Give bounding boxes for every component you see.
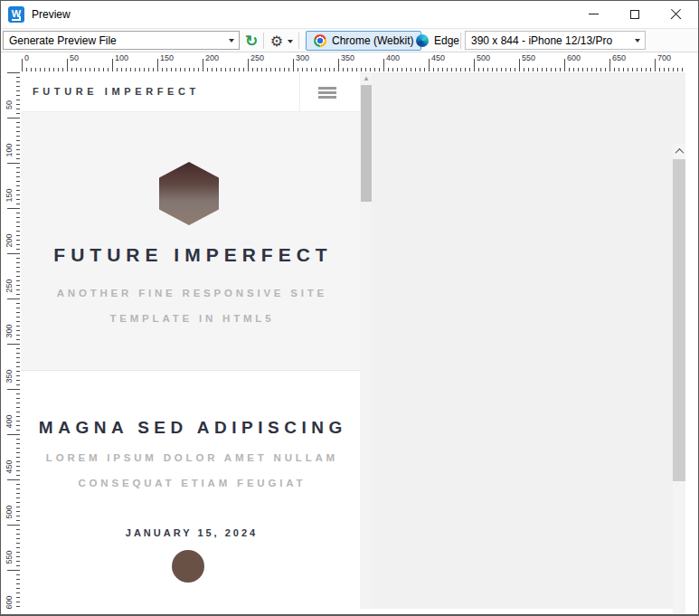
site-post-section: MAGNA SED ADIPISCING LOREM IPSUM DOLOR A… — [21, 370, 360, 609]
ruler-tick — [212, 68, 213, 71]
ruler-tick — [16, 140, 20, 141]
ruler-tick — [501, 68, 502, 71]
ruler-tick — [16, 113, 20, 114]
ruler-tick — [16, 317, 20, 317]
ruler-tick — [16, 167, 20, 168]
ruler-tick — [16, 448, 20, 449]
ruler-tick — [596, 68, 597, 71]
ruler-tick — [16, 294, 20, 295]
ruler-tick — [16, 185, 20, 186]
ruler-tick — [555, 68, 556, 71]
ruler-corner — [1, 52, 21, 72]
ruler-tick — [7, 479, 20, 480]
edge-icon — [416, 34, 429, 47]
canvas-scrollbar-thumb[interactable] — [673, 159, 685, 481]
edge-button[interactable]: Edge — [408, 31, 468, 51]
ruler-tick — [424, 68, 425, 71]
ruler-tick — [7, 434, 20, 435]
site-intro-title: FUTURE IMPERFECT — [21, 244, 360, 266]
chrome-webkit-button[interactable]: Chrome (Webkit) — [306, 31, 421, 51]
generate-preview-combobox[interactable]: Generate Preview File — [3, 31, 240, 50]
settings-button[interactable]: ⚙ — [267, 31, 287, 51]
ruler-tick — [429, 59, 430, 71]
maximize-button[interactable] — [614, 1, 656, 27]
ruler-tick — [16, 583, 20, 584]
chevron-down-icon[interactable] — [229, 39, 234, 43]
ruler-tick — [16, 488, 20, 489]
ruler-tick — [266, 68, 267, 71]
ruler-tick — [16, 335, 20, 336]
ruler-tick — [189, 68, 190, 71]
ruler-tick — [16, 194, 20, 195]
ruler-tick — [447, 68, 448, 71]
ruler-tick — [16, 547, 20, 548]
ruler-tick — [16, 516, 20, 516]
ruler-tick — [582, 68, 583, 71]
ruler-tick — [16, 475, 20, 476]
ruler-label: 450 — [5, 456, 14, 478]
ruler-tick — [16, 421, 20, 422]
ruler-tick — [334, 68, 335, 71]
ruler-tick — [401, 68, 402, 71]
chevron-down-icon[interactable] — [635, 39, 640, 43]
ruler-tick — [288, 68, 289, 71]
ruler-label: 600 — [5, 592, 14, 609]
scroll-up-icon[interactable]: ▴ — [360, 72, 373, 85]
hamburger-menu-icon[interactable] — [318, 87, 336, 101]
ruler-tick — [99, 68, 99, 71]
ruler-tick — [7, 389, 20, 390]
site-scrollbar-thumb[interactable] — [361, 85, 372, 202]
ruler-tick — [16, 556, 20, 557]
ruler-tick — [16, 222, 20, 223]
device-size-combobox[interactable]: 390 x 844 - iPhone 12/13/Pro — [465, 31, 646, 50]
site-scrollbar[interactable]: ▴ — [360, 72, 373, 609]
toolbar: Generate Preview File ↻ ⚙ Chrome (Webkit… — [1, 28, 698, 52]
ruler-label: 250 — [250, 53, 264, 62]
settings-dropdown-arrow[interactable] — [288, 40, 293, 43]
ruler-tick — [442, 68, 443, 71]
ruler-label: 550 — [5, 546, 14, 568]
ruler-tick — [180, 68, 181, 71]
ruler-tick — [487, 68, 488, 71]
ruler-label: 400 — [5, 411, 14, 432]
ruler-tick — [16, 592, 20, 593]
site-brand[interactable]: FUTURE IMPERFECT — [33, 86, 200, 97]
ruler-tick — [166, 68, 167, 71]
ruler-tick — [492, 68, 493, 71]
generate-preview-label: Generate Preview File — [9, 34, 117, 47]
ruler-tick — [16, 484, 20, 485]
ruler-tick — [16, 502, 20, 503]
ruler-tick — [16, 81, 20, 82]
ruler-tick — [85, 68, 86, 71]
ruler-tick — [207, 68, 208, 71]
ruler-tick — [194, 68, 194, 71]
refresh-button[interactable]: ↻ — [241, 31, 261, 51]
ruler-tick — [16, 538, 20, 539]
ruler-tick — [16, 461, 20, 462]
ruler-tick — [478, 68, 479, 71]
ruler-tick — [16, 77, 20, 78]
post-title[interactable]: MAGNA SED ADIPISCING — [21, 418, 360, 438]
ruler-tick — [664, 68, 665, 71]
close-button[interactable] — [655, 1, 696, 27]
ruler-tick — [53, 68, 54, 71]
canvas-scrollbar[interactable] — [673, 144, 685, 616]
ruler-tick — [16, 543, 20, 544]
ruler-tick — [16, 109, 20, 109]
minimize-button[interactable] — [572, 1, 614, 27]
ruler-label: 150 — [5, 185, 14, 206]
ruler-tick — [16, 176, 20, 177]
preview-window: W Preview Generate Preview File ↻ ⚙ Chro… — [0, 0, 699, 616]
ruler-tick — [112, 59, 113, 71]
ruler-tick — [628, 68, 628, 71]
ruler-tick — [302, 68, 303, 71]
ruler-label: 250 — [5, 275, 14, 297]
ruler-tick — [655, 59, 656, 71]
ruler-tick — [16, 443, 20, 444]
ruler-tick — [16, 507, 20, 507]
ruler-tick — [103, 68, 104, 71]
ruler-label: 200 — [205, 53, 219, 62]
ruler-tick — [62, 68, 63, 71]
canvas-scroll-up-button[interactable] — [673, 144, 685, 159]
edge-button-label: Edge — [434, 34, 459, 47]
